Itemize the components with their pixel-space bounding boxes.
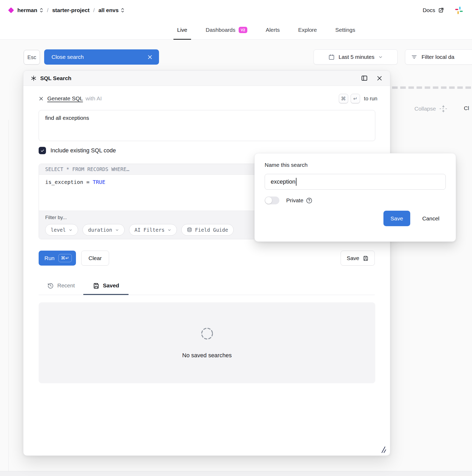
private-row: Private [265, 196, 446, 204]
chevron-down-icon [69, 228, 73, 232]
ai-prompt-input[interactable]: find all exceptions [39, 110, 375, 141]
breadcrumb-project[interactable]: starter-project [52, 7, 89, 13]
tab-explore[interactable]: Explore [295, 20, 321, 39]
collapse-button[interactable]: Collapse [414, 105, 448, 113]
chart-dashed-line [392, 86, 472, 89]
docs-label: Docs [423, 7, 435, 13]
editor-actions-row: Run ⌘↵ Clear Save [39, 251, 375, 266]
check-icon [40, 148, 45, 153]
breadcrumb-workspace[interactable]: herman [17, 7, 37, 13]
tab-alerts[interactable]: Alerts [262, 20, 284, 39]
top-bar: herman / starter-project / all envs Docs [0, 0, 472, 20]
save-search-button[interactable]: Save [341, 251, 375, 266]
docs-link[interactable]: Docs [423, 7, 444, 13]
enter-key: ↵ [351, 94, 360, 103]
time-range-label: Last 5 minutes [338, 54, 374, 60]
help-icon[interactable] [306, 197, 312, 204]
chevron-down-icon [378, 55, 383, 59]
include-sql-row[interactable]: Include existing SQL code [39, 147, 116, 154]
resize-handle[interactable] [380, 446, 387, 453]
include-sql-label: Include existing SQL code [50, 147, 116, 154]
filter-local-label: Filter local da [422, 54, 454, 60]
chip-field-guide[interactable]: Field Guide [181, 224, 234, 236]
collapse-label: Collapse [414, 106, 436, 112]
side-panel-icon[interactable] [361, 75, 368, 82]
generate-sql-link[interactable]: Generate SQL [47, 95, 83, 102]
chip-level[interactable]: level [45, 224, 78, 236]
floppy-save-icon [363, 255, 369, 261]
close-search-button[interactable]: Close search [44, 49, 159, 65]
collapse-icon [439, 105, 448, 113]
sql-expression: is_exception = [45, 179, 93, 185]
workspace-selector-icon[interactable] [39, 7, 43, 13]
dismiss-ai-icon[interactable] [39, 96, 44, 101]
sparkle-asterisk-icon [31, 75, 37, 81]
toggle-knob [265, 197, 272, 204]
chip-ai-filters[interactable]: AI Filters [129, 224, 177, 236]
generate-sql-row: Generate SQL with AI ⌘ ↵ to run [39, 93, 377, 104]
time-range-dropdown[interactable]: Last 5 minutes [314, 49, 398, 65]
dialog-actions: Save Cancel [265, 211, 446, 226]
dashed-circle-icon [200, 327, 214, 340]
filter-icon [411, 54, 417, 60]
private-toggle[interactable] [265, 196, 279, 204]
calendar-icon [328, 54, 335, 60]
to-run-label: to run [364, 96, 377, 102]
database-icon [187, 227, 192, 232]
external-link-icon [438, 7, 444, 13]
tab-live[interactable]: Live [173, 20, 191, 39]
sql-search-modal: SQL Search Generate SQL with AI ⌘ ↵ to r… [23, 70, 390, 456]
saved-searches-empty-state: No saved searches [39, 302, 375, 383]
v2-badge: V2 [239, 27, 247, 33]
private-label: Private [286, 197, 303, 204]
chip-duration[interactable]: duration [83, 224, 125, 236]
history-clock-icon [47, 282, 54, 289]
search-name-value: exception [271, 178, 295, 185]
dialog-cancel-button[interactable]: Cancel [422, 215, 439, 222]
sql-keyword: TRUE [93, 179, 105, 185]
tab-recent-searches[interactable]: Recent [39, 276, 83, 295]
esc-key-hint[interactable]: Esc [24, 50, 40, 65]
search-name-input[interactable]: exception [265, 174, 446, 190]
brand-logo[interactable] [8, 7, 14, 13]
floppy-save-icon [93, 282, 100, 289]
slack-icon[interactable] [455, 6, 463, 14]
run-button[interactable]: Run ⌘↵ [39, 251, 76, 266]
modal-header: SQL Search [23, 71, 390, 86]
run-shortcut-hint: ⌘ ↵ to run [339, 94, 377, 103]
clear-button[interactable]: Clear [81, 251, 109, 266]
generate-sql-suffix: with AI [85, 95, 102, 102]
environment-selector-icon[interactable] [121, 7, 125, 13]
close-modal-icon[interactable] [376, 75, 383, 81]
text-cursor [296, 178, 296, 186]
name-search-dialog: Name this search exception Private Save … [254, 153, 456, 242]
clear-partial-label[interactable]: Cl [464, 105, 469, 111]
breadcrumb-environment[interactable]: all envs [98, 7, 119, 13]
close-icon [147, 54, 153, 60]
modal-title: SQL Search [40, 75, 71, 81]
page-bottom-strip [0, 471, 472, 476]
run-shortcut-badge: ⌘↵ [58, 254, 72, 262]
dialog-save-button[interactable]: Save [383, 211, 410, 226]
tab-dashboards[interactable]: Dashboards V2 [202, 20, 251, 39]
tab-saved-searches[interactable]: Saved [83, 276, 129, 295]
empty-state-text: No saved searches [182, 352, 232, 359]
close-search-label: Close search [52, 54, 84, 60]
filter-local-button[interactable]: Filter local da [405, 49, 472, 65]
breadcrumb-separator: / [47, 7, 49, 13]
dialog-title: Name this search [265, 162, 446, 168]
panel-left-border [8, 120, 9, 476]
saved-recent-tabs: Recent Saved [39, 276, 375, 295]
chevron-down-icon [115, 228, 119, 232]
main-nav: Live Dashboards V2 Alerts Explore Settin… [0, 20, 472, 40]
chevron-down-icon [167, 228, 171, 232]
cmd-key: ⌘ [339, 94, 348, 103]
breadcrumb-separator: / [93, 7, 95, 13]
include-sql-checkbox[interactable] [39, 147, 46, 154]
tab-settings[interactable]: Settings [332, 20, 359, 39]
